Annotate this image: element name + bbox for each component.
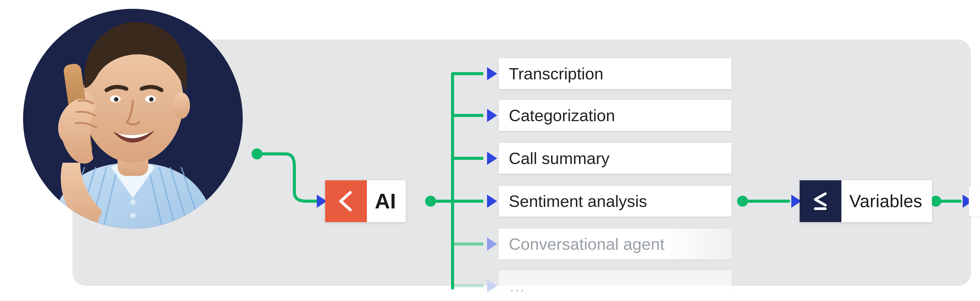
arrow-cap-3 (487, 152, 497, 165)
arrow-cap-5 (487, 237, 497, 251)
flow-dot-capability-out (737, 196, 748, 207)
capability-label: Sentiment analysis (509, 192, 647, 211)
diagram-stage: AI Transcription Categorization Call sum… (0, 0, 980, 301)
capability-label: Transcription (509, 64, 603, 83)
caller-avatar (23, 9, 243, 229)
less-equal-icon (800, 180, 842, 222)
arrow-cap-6 (487, 279, 497, 292)
flow-dot-ai-out (425, 196, 436, 207)
capability-label: Call summary (509, 149, 609, 168)
capability-label: Categorization (509, 106, 615, 125)
next-step-stub (969, 186, 980, 217)
svg-point-17 (114, 97, 118, 102)
capability-call-summary: Call summary (499, 143, 732, 174)
svg-point-10 (130, 213, 135, 218)
arrow-cap-1 (487, 67, 497, 80)
capability-transcription: Transcription (499, 58, 732, 89)
flow-dot-variables-out (930, 196, 941, 207)
capability-label: Conversational agent (509, 235, 665, 253)
arrow-cap-2 (487, 109, 497, 122)
variables-node-label: Variables (842, 180, 932, 222)
variables-node: Variables (800, 180, 932, 222)
svg-point-18 (149, 97, 154, 102)
capability-sentiment-analysis: Sentiment analysis (499, 186, 732, 217)
capability-conversational-agent: Conversational agent (499, 229, 732, 260)
angle-bracket-left-icon (325, 180, 367, 222)
ai-node: AI (325, 180, 406, 222)
avatar-illustration (23, 9, 243, 229)
arrow-cap-4 (487, 194, 497, 208)
capability-categorization: Categorization (499, 100, 732, 131)
svg-point-14 (172, 92, 190, 119)
capability-more: … (499, 271, 732, 301)
capability-label: … (509, 276, 525, 295)
ai-node-label: AI (367, 180, 406, 222)
svg-point-9 (130, 200, 135, 205)
flow-dot-caller-out (251, 148, 262, 159)
